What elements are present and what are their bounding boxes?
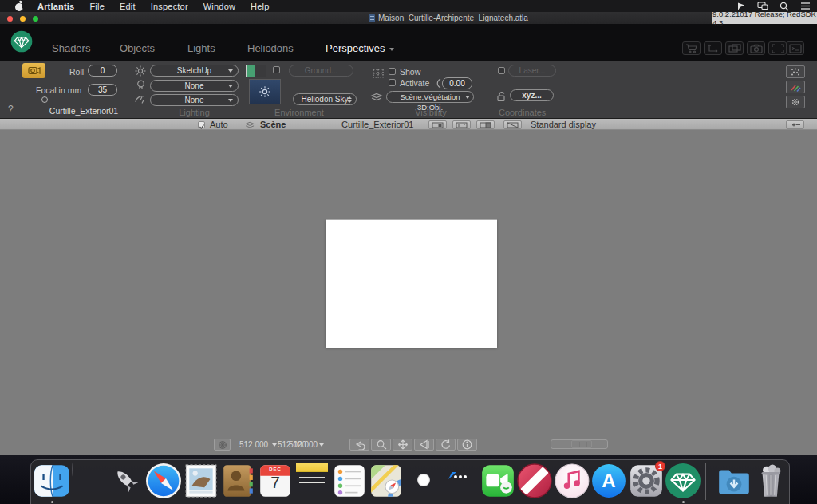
info-button[interactable] bbox=[457, 439, 477, 451]
laser-button[interactable]: Laser... bbox=[508, 65, 556, 77]
lock-open-icon[interactable] bbox=[496, 91, 506, 102]
pan-tool-button[interactable] bbox=[393, 439, 412, 451]
roll-field[interactable]: 0 bbox=[88, 65, 117, 77]
undo-button[interactable] bbox=[349, 439, 369, 451]
settings-gear-button[interactable] bbox=[786, 96, 805, 108]
scene-menu[interactable]: Scène bbox=[260, 120, 286, 129]
tab-perspectives[interactable]: Perspectives bbox=[326, 42, 385, 54]
menu-inspector[interactable]: Inspector bbox=[151, 2, 188, 11]
dock-app-artlantis[interactable] bbox=[665, 463, 701, 499]
antialiasing-button[interactable] bbox=[786, 65, 805, 78]
tab-shaders[interactable]: Shaders bbox=[52, 42, 90, 54]
artlantis-logo-icon bbox=[10, 30, 33, 56]
camera-type-button[interactable] bbox=[22, 63, 45, 78]
zoom-window-button[interactable] bbox=[33, 16, 38, 22]
dock-app-maps[interactable] bbox=[368, 463, 405, 499]
inspector-view-name[interactable]: Curtille_Exterior01 bbox=[32, 106, 136, 116]
batch-render-button[interactable] bbox=[725, 41, 744, 55]
dock-app-system-preferences[interactable]: 1 bbox=[628, 463, 665, 499]
view-layout-frame-button[interactable] bbox=[452, 120, 471, 129]
dock-app-appstore[interactable]: A bbox=[590, 463, 627, 499]
dock-app-messages[interactable] bbox=[442, 463, 479, 499]
dock-app-finder[interactable] bbox=[34, 463, 70, 499]
render-view-canvas[interactable]: 512 000 512 000 512 000 bbox=[0, 130, 817, 455]
close-window-button[interactable] bbox=[7, 16, 13, 22]
show-grid-checkbox[interactable] bbox=[389, 68, 396, 75]
laser-pointer-button[interactable] bbox=[786, 120, 804, 129]
dock-app-siri[interactable] bbox=[71, 463, 108, 499]
display-mode-label[interactable]: Standard display bbox=[531, 120, 596, 129]
menu-file[interactable]: File bbox=[89, 2, 105, 11]
spotlight-search-icon[interactable] bbox=[780, 2, 789, 11]
tab-objects[interactable]: Objects bbox=[120, 42, 155, 54]
axis-tool-button[interactable] bbox=[704, 41, 722, 55]
dock-app-reminders[interactable] bbox=[331, 463, 368, 499]
render-window-button[interactable] bbox=[786, 41, 804, 55]
xyz-button[interactable]: xyz... bbox=[510, 89, 554, 101]
tab-lights[interactable]: Lights bbox=[187, 42, 215, 54]
sky-preset-stepper[interactable]: Heliodon Sky bbox=[293, 93, 357, 105]
menu-edit[interactable]: Edit bbox=[120, 2, 136, 11]
scene-view-name[interactable]: Curtille_Exterior01 bbox=[341, 120, 413, 129]
grid-angle-field[interactable]: 0.00 bbox=[442, 77, 472, 89]
focal-label: Focal in mm bbox=[36, 85, 81, 95]
zoom-slider-handle[interactable] bbox=[571, 440, 592, 448]
dock-app-notes[interactable] bbox=[294, 463, 330, 499]
dock-app-safari[interactable] bbox=[145, 463, 182, 499]
render-size-a[interactable]: 512 000 bbox=[239, 440, 268, 449]
perspectives-dropdown-arrow-icon[interactable] bbox=[389, 48, 394, 51]
background-foreground-swatch[interactable] bbox=[246, 65, 266, 77]
zoom-tool-button[interactable] bbox=[371, 439, 391, 451]
displays-icon[interactable] bbox=[757, 2, 768, 10]
auto-checkbox[interactable] bbox=[198, 121, 205, 128]
crop-frame-button[interactable] bbox=[768, 41, 787, 55]
camera-snapshot-button[interactable] bbox=[747, 41, 765, 55]
render-settings-button[interactable] bbox=[214, 439, 231, 451]
bulb-preset-dropdown[interactable]: None bbox=[150, 80, 239, 92]
calendar-month-label: DEC bbox=[257, 467, 294, 471]
ground-checkbox[interactable] bbox=[273, 66, 280, 73]
dock-app-calendar[interactable]: DEC 7 bbox=[257, 463, 294, 499]
shop-cart-button[interactable] bbox=[682, 41, 701, 55]
activate-checkbox[interactable] bbox=[389, 79, 396, 86]
perspective-inspector-panel: ? Roll 0 Focal in mm 35 Curtille_Exterio… bbox=[0, 61, 817, 118]
focal-field[interactable]: 35 bbox=[88, 84, 117, 96]
dock-app-itunes[interactable] bbox=[554, 463, 590, 499]
layers-dropdown[interactable]: Scène;Végétation 3D;Obj. bbox=[386, 91, 474, 103]
refresh-button[interactable] bbox=[436, 439, 456, 451]
dock-trash[interactable] bbox=[752, 463, 789, 499]
dock-app-launchpad[interactable] bbox=[108, 463, 144, 499]
view-layout-split-button[interactable] bbox=[476, 120, 495, 129]
help-mark[interactable]: ? bbox=[8, 104, 14, 115]
menu-app-name[interactable]: Artlantis bbox=[37, 2, 74, 11]
dock-app-contacts[interactable] bbox=[219, 463, 256, 499]
render-size-c[interactable]: 512 000 bbox=[289, 440, 318, 449]
heliodon-preview[interactable] bbox=[249, 79, 281, 104]
tab-heliodons[interactable]: Heliodons bbox=[247, 42, 294, 54]
camera-view-button[interactable] bbox=[414, 439, 434, 451]
ground-button[interactable]: Ground... bbox=[289, 65, 353, 77]
laser-checkbox[interactable] bbox=[498, 67, 505, 74]
focal-slider-knob[interactable] bbox=[41, 96, 48, 103]
menu-bar: Artlantis File Edit Inspector Window Hel… bbox=[0, 0, 817, 12]
apple-menu[interactable] bbox=[14, 2, 24, 11]
svg-text:A: A bbox=[602, 470, 615, 491]
render-style-button[interactable] bbox=[786, 81, 805, 93]
dock-app-mail[interactable] bbox=[183, 463, 219, 499]
zoom-slider[interactable] bbox=[551, 439, 608, 449]
display-mode-button[interactable] bbox=[503, 120, 522, 129]
neon-preset-dropdown[interactable]: None bbox=[150, 94, 239, 106]
flag-icon[interactable] bbox=[736, 2, 746, 11]
dock-downloads-folder[interactable] bbox=[716, 463, 752, 499]
dock-app-photos[interactable] bbox=[405, 463, 442, 499]
notification-center-icon[interactable] bbox=[800, 2, 811, 10]
sun-preset-dropdown[interactable]: SketchUp bbox=[150, 65, 239, 77]
dock-app-prohibited[interactable] bbox=[516, 463, 553, 499]
minimize-window-button[interactable] bbox=[20, 16, 26, 22]
dock-app-facetime[interactable] bbox=[480, 463, 516, 499]
view-layout-single-button[interactable] bbox=[428, 120, 447, 129]
layers-icon bbox=[370, 93, 384, 102]
document-icon bbox=[369, 14, 375, 22]
menu-window[interactable]: Window bbox=[203, 2, 235, 11]
menu-help[interactable]: Help bbox=[251, 2, 269, 11]
